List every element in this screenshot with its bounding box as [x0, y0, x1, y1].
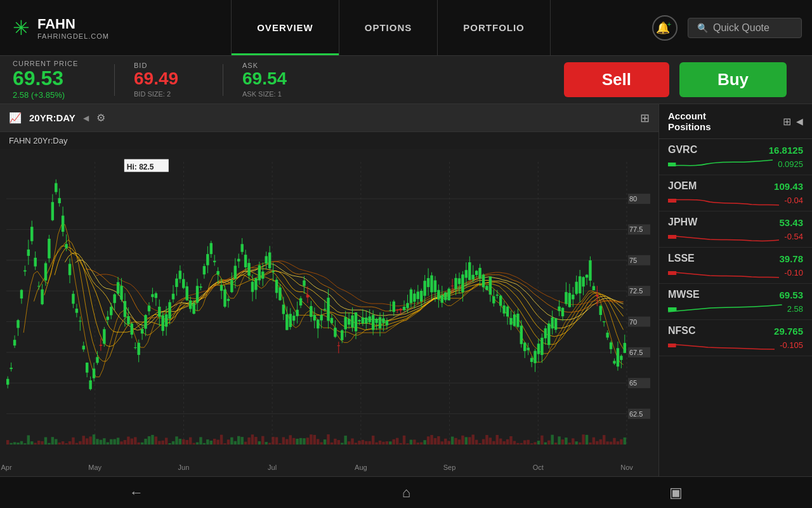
- tab-overview[interactable]: OVERVIEW: [231, 0, 339, 55]
- position-price-mwse: 69.53: [779, 290, 803, 300]
- mini-chart-gvrc: [668, 157, 773, 171]
- position-price-gvrc: 16.8125: [769, 145, 803, 156]
- position-ticker-nfsc: NFSC: [668, 325, 696, 337]
- current-price-value: 69.53: [13, 67, 95, 90]
- divider-1: [114, 64, 115, 96]
- stock-chart: [0, 149, 658, 476]
- main-content: 📈 20YR:DAY ◀ ⚙ ⊞ FAHN 20Yr:Day AccountPo…: [0, 104, 812, 476]
- mini-chart-mwse: [668, 302, 782, 316]
- position-change-nfsc: -0.105: [780, 340, 803, 350]
- svg-rect-2: [668, 235, 676, 239]
- positions-list: GVRC16.81250.0925JOEM109.43-0.04JPHW53.4…: [659, 139, 812, 356]
- logo-name: FAHN: [37, 16, 109, 32]
- mini-chart-lsse: [668, 265, 779, 279]
- chart-type-icon: 📈: [9, 112, 22, 124]
- divider-2: [223, 64, 223, 96]
- chart-canvas-wrapper: [0, 149, 658, 476]
- position-change-lsse: -0.10: [784, 268, 803, 277]
- chart-toolbar: 📈 20YR:DAY ◀ ⚙ ⊞: [0, 104, 658, 132]
- svg-rect-3: [668, 271, 676, 275]
- positions-collapse-icon[interactable]: ◀: [796, 116, 803, 126]
- position-change-joem: -0.04: [784, 196, 803, 205]
- logo-icon: ✳: [13, 18, 30, 38]
- gear-icon[interactable]: ⚙: [96, 112, 105, 124]
- position-item-gvrc[interactable]: GVRC16.81250.0925: [659, 139, 812, 175]
- price-change: 2.58 (+3.85%): [13, 90, 95, 100]
- chart-period-label: 20YR:DAY: [29, 112, 75, 123]
- position-ticker-mwse: MWSE: [668, 289, 700, 300]
- mini-chart-nfsc: [668, 338, 775, 352]
- position-price-jphw: 53.43: [779, 217, 803, 228]
- svg-rect-0: [668, 163, 676, 166]
- top-right: 🔔 + 🔍 Quick Quote: [642, 0, 812, 55]
- chart-expand-icon[interactable]: ⊞: [640, 111, 650, 125]
- right-panel: AccountPositions ⊞ ◀ GVRC16.81250.0925JO…: [658, 104, 812, 476]
- logo-section: ✳ FAHN FAHRINGDEL.COM: [0, 0, 140, 55]
- position-item-nfsc[interactable]: NFSC29.765-0.105: [659, 320, 812, 356]
- svg-rect-4: [668, 307, 676, 311]
- position-ticker-gvrc: GVRC: [668, 144, 697, 156]
- back-button[interactable]: ←: [104, 479, 169, 506]
- trade-buttons: Sell Buy: [564, 62, 787, 97]
- current-price-section: CURRENT PRICE 69.53 2.58 (+3.85%): [13, 60, 114, 99]
- bid-value: 69.49: [134, 69, 204, 89]
- position-change-jphw: -0.54: [784, 232, 803, 241]
- bottom-nav: ← ⌂ ▣: [0, 476, 812, 508]
- position-item-lsse[interactable]: LSSE39.78-0.10: [659, 248, 812, 284]
- nav-tabs: OVERVIEW OPTIONS PORTFOLIO: [140, 0, 642, 55]
- top-bar: ✳ FAHN FAHRINGDEL.COM OVERVIEW OPTIONS P…: [0, 0, 812, 56]
- logo-sub: FAHRINGDEL.COM: [37, 32, 109, 40]
- ask-section: ASK 69.54 ASK SIZE: 1: [242, 62, 331, 98]
- position-price-nfsc: 29.765: [774, 326, 803, 337]
- positions-expand-icon[interactable]: ⊞: [783, 116, 791, 128]
- price-bar: CURRENT PRICE 69.53 2.58 (+3.85%) BID 69…: [0, 56, 812, 104]
- search-icon: 🔍: [697, 23, 708, 33]
- position-ticker-jphw: JPHW: [668, 217, 697, 228]
- bid-size-label: BID SIZE: 2: [134, 90, 204, 98]
- tab-options[interactable]: OPTIONS: [339, 0, 438, 55]
- sell-button[interactable]: Sell: [564, 62, 669, 97]
- buy-button[interactable]: Buy: [679, 62, 787, 97]
- svg-rect-1: [668, 199, 676, 203]
- recent-button[interactable]: ▣: [644, 479, 708, 506]
- account-positions-title: AccountPositions: [668, 110, 711, 132]
- home-button[interactable]: ⌂: [377, 479, 436, 506]
- position-change-gvrc: 0.0925: [778, 159, 803, 169]
- chart-period-arrow: ◀: [83, 114, 89, 123]
- position-item-mwse[interactable]: MWSE69.532.58: [659, 284, 812, 320]
- account-positions-header: AccountPositions ⊞ ◀: [659, 104, 812, 139]
- position-item-joem[interactable]: JOEM109.43-0.04: [659, 175, 812, 211]
- position-change-mwse: 2.58: [787, 304, 803, 314]
- bell-button[interactable]: 🔔 +: [652, 15, 678, 41]
- logo-text: FAHN FAHRINGDEL.COM: [37, 16, 109, 40]
- mini-chart-jphw: [668, 229, 779, 243]
- quick-quote-input[interactable]: 🔍 Quick Quote: [688, 18, 802, 38]
- chart-area: 📈 20YR:DAY ◀ ⚙ ⊞ FAHN 20Yr:Day: [0, 104, 658, 476]
- mini-chart-joem: [668, 193, 779, 207]
- position-price-lsse: 39.78: [779, 253, 803, 264]
- chart-title: FAHN 20Yr:Day: [0, 132, 658, 149]
- position-item-jphw[interactable]: JPHW53.43-0.54: [659, 211, 812, 248]
- position-ticker-joem: JOEM: [668, 180, 697, 192]
- ask-value: 69.54: [242, 69, 312, 89]
- svg-rect-5: [668, 344, 676, 347]
- tab-portfolio[interactable]: PORTFOLIO: [438, 0, 551, 55]
- ask-size-label: ASK SIZE: 1: [242, 90, 312, 98]
- quick-quote-label: Quick Quote: [713, 22, 769, 34]
- bid-section: BID 69.49 BID SIZE: 2: [134, 62, 223, 98]
- position-ticker-lsse: LSSE: [668, 253, 695, 264]
- position-price-joem: 109.43: [774, 181, 803, 192]
